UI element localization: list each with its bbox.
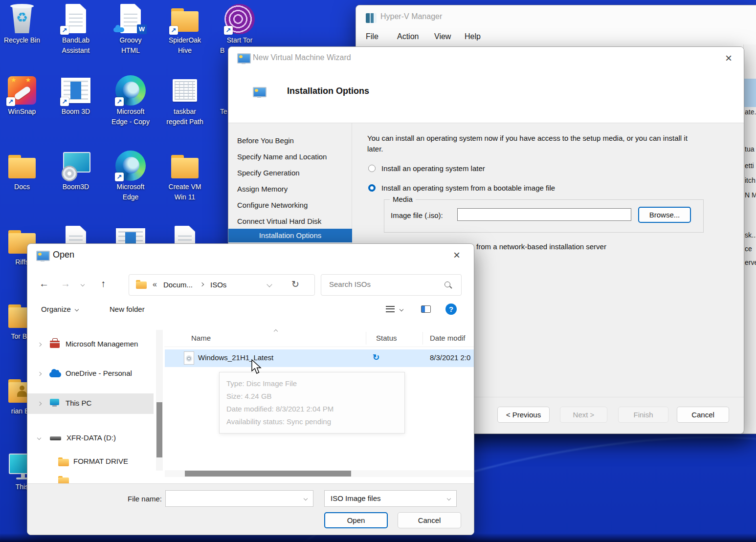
file-name-cell[interactable]: Windows_21H1_Latest	[198, 353, 273, 362]
wizard-step-installation-options-selected[interactable]: Installation Options	[228, 229, 352, 242]
recycle-bin-icon	[6, 3, 38, 35]
new-folder-button[interactable]: New folder	[110, 305, 145, 313]
radio-install-later[interactable]	[368, 165, 376, 172]
menu-help[interactable]: Help	[465, 32, 481, 41]
wizard-step-specify-name[interactable]: Specify Name and Location	[237, 152, 327, 161]
desktop-icon-recycle-bin[interactable]: Recycle Bin	[0, 3, 47, 45]
file-type-dropdown[interactable]: ISO Image files	[324, 490, 457, 507]
disc-image-file-icon	[184, 351, 194, 365]
table-row-selected[interactable]: Windows_21H1_Latest 8/3/2021 2:0	[165, 349, 474, 367]
menu-file[interactable]: File	[366, 32, 378, 41]
up-icon[interactable]: ↑	[101, 278, 106, 289]
breadcrumb-isos[interactable]: ISOs	[210, 281, 226, 289]
wizard-step-specify-generation[interactable]: Specify Generation	[237, 169, 300, 177]
combo-dropdown-icon[interactable]	[447, 497, 451, 500]
intro-text: You can install an operating system now …	[367, 134, 688, 142]
column-divider[interactable]	[422, 332, 423, 345]
refresh-icon[interactable]	[291, 279, 299, 290]
scrollbar-thumb[interactable]	[185, 471, 351, 477]
tooltip-size: Size: 4.24 GB	[226, 390, 398, 403]
address-dropdown-icon[interactable]	[267, 282, 272, 287]
desktop-icon-boom-3d[interactable]: Boom 3D	[50, 74, 101, 117]
search-box[interactable]	[321, 274, 462, 296]
previous-button[interactable]: < Previous	[497, 407, 550, 423]
preview-pane-icon[interactable]	[421, 305, 431, 313]
view-dropdown-icon[interactable]	[400, 307, 403, 311]
desktop-icon-spideroak-hive[interactable]: SpiderOak Hive	[159, 3, 210, 56]
radio-install-later-label[interactable]: Install an operating system later	[381, 164, 485, 173]
dialog-title: Open	[53, 250, 74, 260]
address-bar[interactable]: Docum... ISOs	[129, 274, 315, 296]
expand-chevron-icon[interactable]	[38, 372, 42, 376]
column-header-name[interactable]: Name	[191, 334, 211, 342]
table-document-icon	[169, 74, 201, 107]
word-document-icon	[114, 3, 147, 35]
file-name-input[interactable]	[169, 493, 300, 502]
scrollbar-thumb[interactable]	[156, 402, 162, 457]
shortcut-arrow-icon	[169, 26, 178, 35]
winsnap-icon	[6, 74, 38, 107]
window-title: New Virtual Machine Wizard	[253, 53, 351, 62]
iso-path-input[interactable]	[457, 208, 631, 221]
tooltip-date-modified: Date modified: 8/3/2021 2:04 PM	[226, 403, 398, 415]
desktop-icon-docs[interactable]: Docs	[0, 150, 47, 192]
menu-action[interactable]: Action	[397, 32, 419, 41]
close-icon[interactable]	[448, 248, 465, 263]
boom3d-disc-icon	[60, 150, 92, 182]
breadcrumb-separator-icon[interactable]	[200, 282, 204, 286]
shortcut-arrow-icon	[60, 97, 69, 106]
icon-label: regedit Path	[159, 117, 210, 127]
actions-text-fragment: itch	[745, 176, 756, 184]
wizard-step-before-you-begin[interactable]: Before You Begin	[237, 136, 294, 145]
desktop-icon-bandlab-assistant[interactable]: BandLab Assistant	[50, 3, 101, 56]
sidebar-item-xfr-data[interactable]: XFR-DATA (D:)	[67, 434, 116, 442]
back-icon[interactable]: ←	[39, 278, 49, 289]
organize-dropdown-icon[interactable]	[75, 307, 79, 311]
desktop-icon-groovy-html[interactable]: Groovy HTML	[105, 3, 156, 56]
folder-icon	[58, 459, 69, 467]
collapse-chevron-icon[interactable]	[37, 436, 41, 440]
finish-button[interactable]: Finish	[618, 407, 668, 423]
wizard-step-configure-networking[interactable]: Configure Networking	[237, 201, 308, 209]
breadcrumb-documents[interactable]: Docum...	[163, 281, 193, 289]
desktop-icon-edge[interactable]: Microsoft Edge	[105, 150, 156, 202]
column-header-status[interactable]: Status	[376, 334, 397, 342]
desktop-icon-create-vm-win11[interactable]: Create VM Win 11	[159, 150, 210, 202]
cancel-button[interactable]: Cancel	[677, 407, 729, 423]
desktop-icon-boom3d[interactable]: Boom3D	[50, 150, 101, 192]
sidebar-item-microsoft-management[interactable]: Microsoft Managemen	[66, 340, 138, 348]
nav-history-chevron-icon[interactable]	[81, 282, 85, 286]
browse-button[interactable]: Browse...	[638, 207, 691, 223]
radio-install-from-image[interactable]	[368, 184, 376, 192]
close-icon[interactable]	[720, 51, 737, 66]
combo-dropdown-icon[interactable]	[304, 497, 308, 500]
sidebar-item-format-drive[interactable]: FORMAT DRIVE	[73, 457, 128, 465]
view-list-icon[interactable]	[386, 306, 395, 312]
wizard-step-connect-vhd[interactable]: Connect Virtual Hard Disk	[237, 217, 321, 225]
desktop-icon-winsnap[interactable]: WinSnap	[0, 74, 47, 117]
open-button[interactable]: Open	[324, 512, 388, 528]
column-header-date-modified[interactable]: Date modif	[430, 334, 473, 342]
sidebar-item-this-pc[interactable]: This PC	[66, 399, 91, 407]
search-icon	[445, 282, 450, 287]
file-name-combobox[interactable]	[165, 490, 313, 507]
date-modified-cell: 8/3/2021 2:0	[430, 353, 474, 362]
shortcut-arrow-icon	[6, 97, 15, 106]
search-input[interactable]	[328, 280, 438, 289]
next-button[interactable]: Next >	[560, 407, 607, 423]
help-icon[interactable]	[445, 304, 457, 315]
menu-view[interactable]: View	[434, 32, 451, 41]
forward-icon[interactable]: →	[61, 278, 70, 289]
expand-chevron-icon[interactable]	[38, 343, 42, 347]
organize-menu[interactable]: Organize	[41, 305, 71, 313]
radio-network-label-fragment[interactable]: from a network-based installation server	[476, 242, 606, 251]
desktop-icon-taskbar-regedit-path[interactable]: taskbar regedit Path	[159, 74, 210, 127]
wizard-step-assign-memory[interactable]: Assign Memory	[237, 185, 288, 193]
breadcrumb-collapse-icon[interactable]	[153, 280, 157, 289]
cancel-button[interactable]: Cancel	[398, 512, 461, 528]
sidebar-item-onedrive[interactable]: OneDrive - Personal	[66, 369, 132, 377]
radio-install-from-image-label[interactable]: Install an operating system from a boota…	[381, 184, 555, 192]
tooltip-type: Type: Disc Image File	[226, 377, 398, 390]
column-divider[interactable]	[366, 332, 366, 345]
desktop-icon-edge-copy[interactable]: Microsoft Edge - Copy	[105, 74, 156, 127]
